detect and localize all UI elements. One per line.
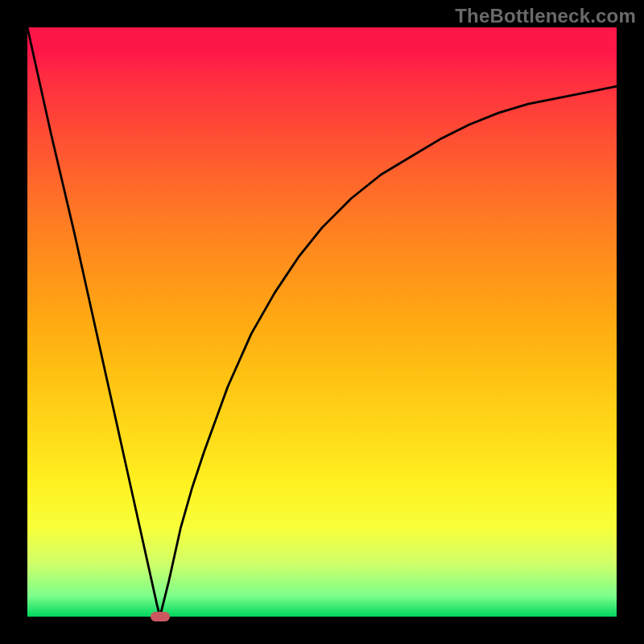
curve-left-leg <box>27 27 160 617</box>
curve-right-leg <box>160 86 617 617</box>
watermark-text: TheBottleneck.com <box>455 5 636 27</box>
curve-plot <box>27 27 617 617</box>
chart-frame: TheBottleneck.com <box>0 0 644 644</box>
minimum-marker <box>151 612 170 621</box>
